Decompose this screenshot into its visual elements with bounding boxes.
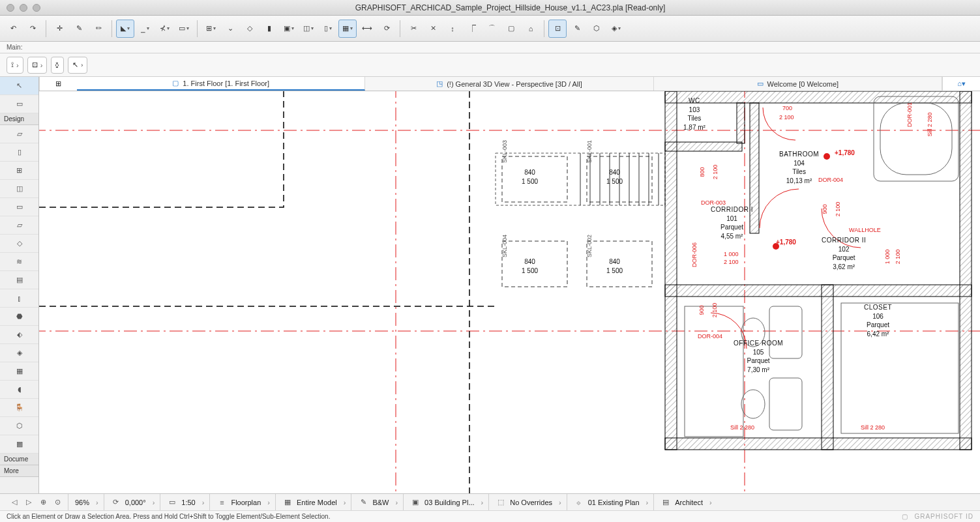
beam-tool[interactable]: ▭ bbox=[0, 198, 38, 216]
morph-tool[interactable]: ◈ bbox=[0, 344, 38, 362]
tab-grid-icon[interactable]: ⊞ bbox=[39, 77, 77, 91]
snap-guide-icon[interactable]: ⎯ bbox=[136, 20, 154, 38]
gravity-icon[interactable]: ⌄ bbox=[221, 20, 239, 38]
opening-tool[interactable]: ◖ bbox=[0, 381, 38, 399]
mesh-tool[interactable]: ⬣ bbox=[0, 308, 38, 326]
close-dot[interactable] bbox=[7, 4, 14, 12]
graphic-override[interactable]: ⬚No Overrides bbox=[490, 494, 567, 510]
group-suspend-icon[interactable]: ⊡ bbox=[548, 20, 567, 38]
pen-set[interactable]: ✎B&W bbox=[353, 494, 404, 510]
grid-icon[interactable]: ⊞ bbox=[201, 20, 220, 38]
curtainwall-tool[interactable]: ▦ bbox=[0, 362, 38, 381]
guideline-toggle-icon[interactable]: ◣ bbox=[116, 20, 134, 38]
sheet-icon: ▭ bbox=[757, 80, 764, 88]
document-header[interactable]: Docume bbox=[0, 454, 38, 465]
slab-tool[interactable]: ▱ bbox=[0, 216, 38, 235]
more-header[interactable]: More bbox=[0, 465, 38, 477]
design-header[interactable]: Design bbox=[0, 113, 38, 125]
object-tool[interactable]: 🪑 bbox=[0, 399, 38, 417]
cut-icon[interactable]: ✂ bbox=[404, 20, 423, 38]
nav-back-icon[interactable]: ◁ bbox=[9, 497, 20, 508]
multiply-icon[interactable]: ▯ bbox=[319, 20, 337, 38]
tab-first-floor[interactable]: ▢ 1. First Floor [1. First Floor] bbox=[77, 77, 365, 91]
zoom-value[interactable]: 96% bbox=[70, 494, 104, 510]
snap-point-icon[interactable]: ⊀ bbox=[155, 20, 173, 38]
zoom-dot[interactable] bbox=[33, 4, 40, 12]
svg-rect-36 bbox=[841, 303, 958, 433]
trace-icon[interactable]: ▦ bbox=[338, 20, 357, 38]
inject-icon[interactable]: ✏ bbox=[89, 20, 108, 38]
scale[interactable]: ▭1:50 bbox=[162, 494, 210, 510]
svg-rect-28 bbox=[750, 103, 759, 233]
ruler-icon[interactable]: ▭ bbox=[175, 20, 193, 38]
redo-icon[interactable]: ↷ bbox=[23, 20, 42, 38]
nav-fwd-icon[interactable]: ▷ bbox=[23, 497, 34, 508]
railing-tool[interactable]: ⫿ bbox=[0, 289, 38, 308]
measure-icon[interactable]: ⟳ bbox=[378, 20, 396, 38]
role-icon: ▤ bbox=[661, 497, 671, 508]
info-arrow-mode[interactable]: ↖ › bbox=[68, 57, 87, 74]
door-tool[interactable]: ▯ bbox=[0, 143, 38, 162]
window-tool[interactable]: ⊞ bbox=[0, 162, 38, 180]
tab-label: (!) General 3D View - Perspective [3D / … bbox=[447, 80, 582, 88]
roof-tool[interactable]: ◇ bbox=[0, 235, 38, 253]
angle-label: 0,000° bbox=[125, 499, 146, 506]
toolbox: ↖ ▭ Design ▱ ▯ ⊞ ◫ ▭ ▱ ◇ ≋ ▤ ⫿ ⬣ ⬖ ◈ ▦ ◖… bbox=[0, 77, 39, 493]
solid-ops-icon[interactable]: ◈ bbox=[607, 20, 625, 38]
arrow-tool[interactable]: ↖ bbox=[0, 77, 38, 95]
panel-icon[interactable]: ▢ bbox=[902, 513, 908, 520]
split-icon[interactable]: ⎾ bbox=[463, 20, 481, 38]
model-icon: ▦ bbox=[282, 497, 293, 508]
dimension-icon[interactable]: ⟷ bbox=[358, 20, 376, 38]
offset-icon[interactable]: ◫ bbox=[299, 20, 318, 38]
column-tool[interactable]: ◫ bbox=[0, 180, 38, 198]
renovation-filter[interactable]: ⟐01 Existing Plan bbox=[569, 494, 655, 510]
zoom-in-icon[interactable]: ⊕ bbox=[38, 497, 48, 508]
layer-combo[interactable]: ▣03 Building Pl... bbox=[405, 494, 489, 510]
tab-nav-icon[interactable]: ⌂▾ bbox=[942, 77, 980, 91]
tab-welcome[interactable]: ▭ Welcome [0 Welcome] bbox=[654, 77, 942, 91]
shell-tool[interactable]: ≋ bbox=[0, 253, 38, 271]
magic-icon[interactable]: ✎ bbox=[568, 20, 586, 38]
svg-rect-31 bbox=[685, 306, 743, 437]
align-icon[interactable]: ▢ bbox=[502, 20, 520, 38]
element-snap-icon[interactable]: ▮ bbox=[260, 20, 278, 38]
layers-icon: ≡ bbox=[216, 497, 227, 508]
trim-icon[interactable]: ⨯ bbox=[424, 20, 442, 38]
tab-3d-view[interactable]: ◳ (!) General 3D View - Perspective [3D … bbox=[365, 77, 653, 91]
fillet-icon[interactable]: ⌒ bbox=[483, 20, 501, 38]
info-magnet-icon[interactable]: ⧲ bbox=[51, 57, 64, 74]
scale-label: 1:50 bbox=[181, 499, 195, 506]
view-type[interactable]: ≡Floorplan bbox=[211, 494, 276, 510]
home-icon[interactable]: ⌂ bbox=[522, 20, 540, 38]
svg-rect-22 bbox=[665, 285, 972, 297]
stair-tool[interactable]: ▤ bbox=[0, 271, 38, 289]
marquee-tool[interactable]: ▭ bbox=[0, 95, 38, 113]
role[interactable]: ▤Architect bbox=[655, 494, 717, 510]
svg-rect-25 bbox=[960, 91, 972, 450]
fit-icon[interactable]: ⊙ bbox=[52, 497, 63, 508]
eyedropper-icon[interactable]: ✎ bbox=[70, 20, 88, 38]
skylight-tool[interactable]: ▩ bbox=[0, 435, 38, 454]
surface-snap-icon[interactable]: ◇ bbox=[241, 20, 259, 38]
wall-tool[interactable]: ▱ bbox=[0, 125, 38, 143]
info-marquee-icon[interactable]: ⊡ bbox=[27, 57, 48, 74]
info-default-icon[interactable]: ⟟ bbox=[7, 57, 23, 74]
model-filter[interactable]: ▦Entire Model bbox=[277, 494, 351, 510]
quick-options-bar: ◁ ▷ ⊕ ⊙ 96% ⟳0,000° ▭1:50 ≡Floorplan ▦En… bbox=[0, 493, 980, 510]
layers-icon[interactable]: ▣ bbox=[280, 20, 298, 38]
brand-id[interactable]: GRAPHISOFT ID bbox=[914, 513, 973, 520]
adjust-icon[interactable]: ↕ bbox=[443, 20, 462, 38]
undo-icon[interactable]: ↶ bbox=[4, 20, 22, 38]
view-tabs: ⊞ ▢ 1. First Floor [1. First Floor] ◳ (!… bbox=[39, 77, 980, 91]
lamp-tool[interactable]: ⬡ bbox=[0, 417, 38, 435]
tab-label: 1. First Floor [1. First Floor] bbox=[183, 80, 269, 87]
orientation[interactable]: ⟳0,000° bbox=[106, 494, 161, 510]
zone-tool[interactable]: ⬖ bbox=[0, 326, 38, 344]
plan-label: 03 Building Pl... bbox=[424, 499, 474, 506]
floorplan-canvas[interactable]: WC 103 Tiles 1,87 m² BATHROOM 104 Tiles … bbox=[39, 91, 980, 493]
svg-rect-34 bbox=[769, 378, 802, 430]
favorites-icon[interactable]: ⬡ bbox=[587, 20, 606, 38]
pick-icon[interactable]: ✛ bbox=[50, 20, 68, 38]
minimize-dot[interactable] bbox=[20, 4, 27, 12]
